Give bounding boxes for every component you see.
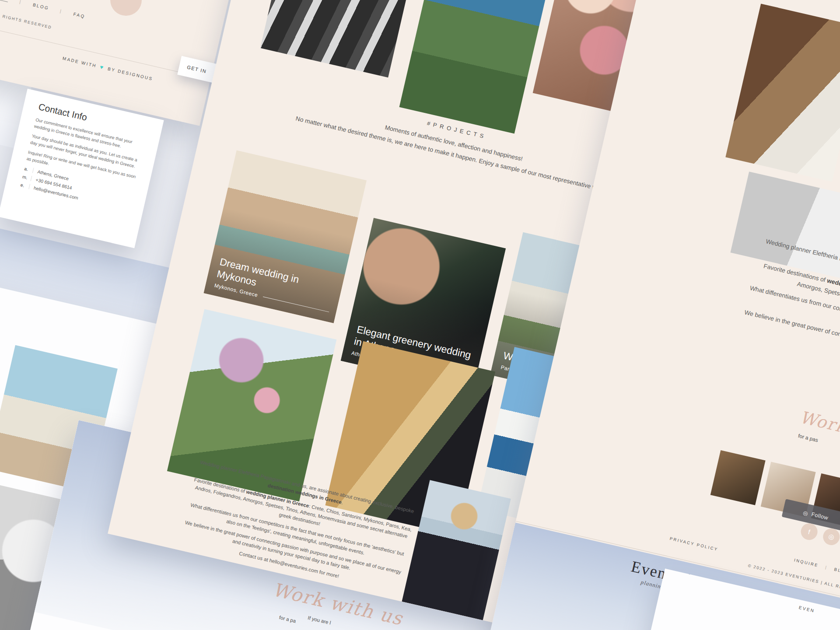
instagram-icon: ◎ — [802, 509, 809, 517]
footer-link-blog[interactable]: BLOG — [32, 2, 49, 10]
instagram-glyph: ◎ — [828, 532, 835, 541]
facebook-icon[interactable]: f — [799, 522, 819, 542]
footer-link-blog[interactable]: BLOG — [834, 567, 840, 575]
separator: | — [825, 565, 828, 570]
privacy-policy-link[interactable]: PRIVACY POLICY — [669, 536, 719, 552]
footer-nav: INQUIRE | BLOG — [794, 557, 840, 575]
instagram-photo[interactable] — [710, 450, 766, 505]
made-with-credit: MADE WITH ♥ BY DESIGNOUS — [62, 55, 154, 82]
separator: | — [60, 9, 63, 14]
header-text-fragment: EVEN — [798, 605, 816, 613]
footer-link-inquire[interactable]: INQUIRE — [794, 557, 819, 568]
mockup-canvas: Work with us If you are l for a pa INQUI… — [0, 0, 840, 630]
instagram-icon[interactable]: ◎ — [821, 527, 840, 547]
separator: | — [19, 0, 22, 4]
photo-bride-at-door[interactable] — [725, 4, 840, 182]
follow-label: Follow — [811, 511, 829, 521]
work-with-us-script-heading: Work with us — [798, 407, 840, 453]
get-in-touch-label: GET IN — [186, 64, 207, 74]
footer-link-faq[interactable]: FAQ — [73, 12, 85, 19]
heart-icon: ♥ — [99, 63, 105, 71]
footer-link-inquire[interactable]: INQUIRE — [0, 0, 9, 2]
facebook-glyph: f — [808, 528, 811, 536]
contact-info-card: Contact Info Our commitment to excellenc… — [0, 89, 164, 248]
about-paragraphs: Wedding planner Eleftheria Papagiannaki … — [736, 235, 840, 424]
work-with-us-text-fragment: for a pas — [798, 433, 819, 443]
designer-credit-link[interactable]: BY DESIGNOUS — [107, 66, 154, 81]
project-card-mykonos[interactable]: Dream wedding in Mykonos Mykonos, Greece — [203, 150, 367, 323]
made-with-text: MADE WITH — [62, 56, 97, 69]
